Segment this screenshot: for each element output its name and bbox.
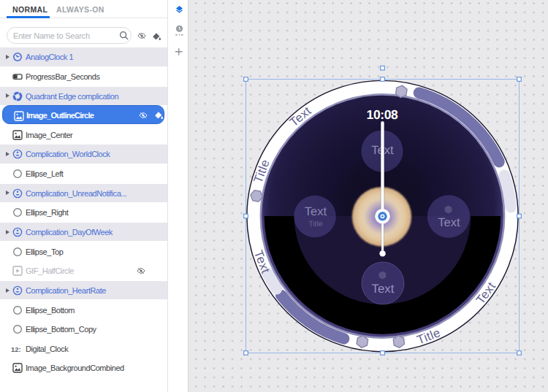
svg-text:Text: Text [372, 282, 395, 296]
svg-text:Title: Title [308, 220, 323, 228]
svg-text:10:08: 10:08 [367, 107, 398, 122]
svg-text:Text: Text [305, 205, 327, 218]
svg-text:Text: Text [438, 216, 460, 229]
